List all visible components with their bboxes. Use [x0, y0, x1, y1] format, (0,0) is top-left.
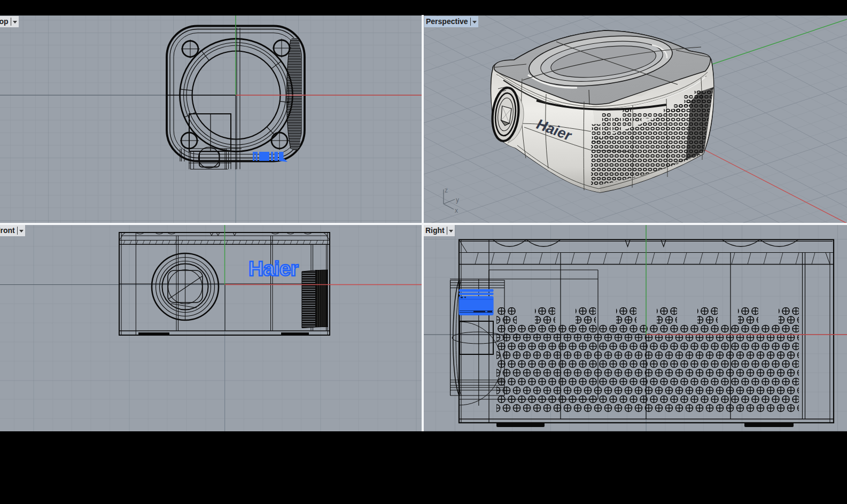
svg-text:y: y — [456, 196, 459, 204]
svg-text:x: x — [455, 207, 458, 214]
svg-text:z: z — [445, 187, 448, 194]
svg-text:Haier: Haier — [248, 257, 298, 280]
